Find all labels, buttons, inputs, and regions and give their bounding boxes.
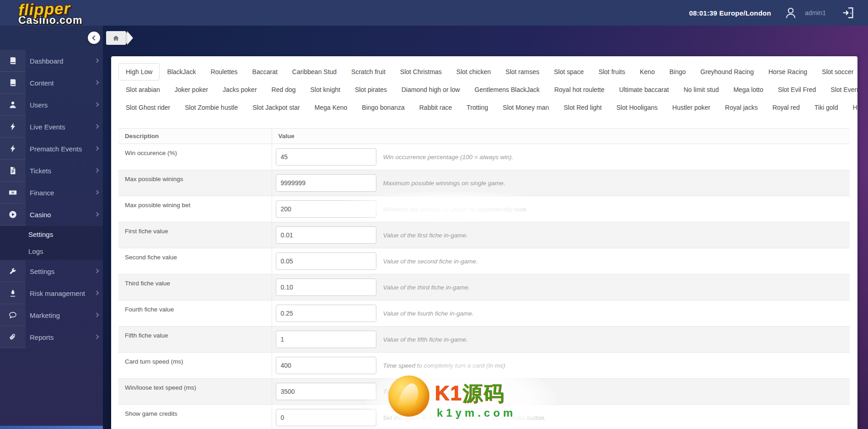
setting-hint: Value of the fourth fiche in-game.: [383, 310, 474, 317]
tab-hasselguy[interactable]: Hasselguy: [845, 99, 857, 116]
tab-bingo-bonanza[interactable]: Bingo bonanza: [354, 99, 412, 116]
tab-slot-knight[interactable]: Slot knight: [303, 81, 348, 98]
tab-row: Slot Ghost riderSlot Zombie hustleSlot J…: [118, 99, 850, 116]
tab-trotting[interactable]: Trotting: [459, 99, 495, 116]
setting-row: Third fiche valueValue of the third fich…: [118, 274, 850, 300]
content-panel: High LowBlackJackRoulettesBaccaratCaribb…: [111, 56, 857, 429]
setting-value-input[interactable]: [276, 331, 376, 348]
setting-value-cell: Value of the second fiche in-game.: [272, 248, 850, 274]
tab-slot-hooligans[interactable]: Slot Hooligans: [609, 99, 665, 116]
sidebar-item-finance[interactable]: Finance: [0, 182, 103, 204]
setting-value-input[interactable]: [276, 409, 376, 426]
setting-value-input[interactable]: [276, 357, 376, 374]
tab-baccarat[interactable]: Baccarat: [245, 63, 285, 80]
tab-bingo[interactable]: Bingo: [662, 63, 693, 80]
logout-icon[interactable]: [841, 6, 855, 20]
tab-slot-ghost-rider[interactable]: Slot Ghost rider: [118, 99, 177, 116]
sidebar-item-casino[interactable]: Casino: [0, 204, 103, 225]
setting-description: Win/loose text speed (ms): [118, 379, 272, 405]
username[interactable]: admin1: [805, 9, 826, 16]
sidebar-item-risk-management[interactable]: Risk management: [0, 282, 103, 304]
tab-slot-arabian[interactable]: Slot arabian: [118, 81, 167, 98]
sidebar-item-reports[interactable]: Reports: [0, 326, 103, 348]
tab-slot-soccer[interactable]: Slot soccer: [814, 63, 857, 80]
sidebar-item-prematch-events[interactable]: Prematch Events: [0, 138, 103, 160]
tab-horse-racing[interactable]: Horse Racing: [761, 63, 814, 80]
tab-slot-zombie-hustle[interactable]: Slot Zombie hustle: [177, 99, 245, 116]
tab-high-low[interactable]: High Low: [118, 63, 160, 80]
tab-slot-chicken[interactable]: Slot chicken: [449, 63, 498, 80]
sidebar-item-dashboard[interactable]: Dashboard: [0, 50, 103, 72]
tab-ultimate-baccarat[interactable]: Ultimate baccarat: [612, 81, 676, 98]
tab-greyhound-racing[interactable]: Greyhound Racing: [693, 63, 761, 80]
tab-hustler-poker[interactable]: Hustler poker: [665, 99, 718, 116]
tab-slot-pirates[interactable]: Slot pirates: [348, 81, 394, 98]
setting-value-input[interactable]: [276, 200, 376, 218]
bolt-icon: [0, 116, 26, 138]
tab-caribbean-stud[interactable]: Caribbean Stud: [285, 63, 344, 80]
sidebar-item-content[interactable]: Content: [0, 72, 103, 94]
setting-value-cell: Value of the third fiche in-game.: [272, 274, 850, 300]
setting-value-input[interactable]: [276, 252, 376, 270]
tab-roulettes[interactable]: Roulettes: [203, 63, 245, 80]
tab-slot-evil-fred[interactable]: Slot Evil Fred: [771, 81, 823, 98]
setting-value-cell: Minimum bet amount for player to automat…: [272, 196, 850, 222]
breadcrumb: [106, 31, 133, 45]
sidebar-item-label: Settings: [26, 260, 103, 282]
sidebar-item-label: Casino: [26, 204, 103, 225]
sidebar-item-users[interactable]: Users: [0, 94, 103, 116]
tab-mega-keno[interactable]: Mega Keno: [307, 99, 355, 116]
sidebar-item-marketing[interactable]: Marketing: [0, 304, 103, 326]
user-avatar-icon[interactable]: [784, 6, 798, 20]
tab-mega-lotto[interactable]: Mega lotto: [726, 81, 771, 98]
tab-no-limit-stud[interactable]: No limit stud: [676, 81, 726, 98]
setting-hint: Value of the third fiche in-game.: [383, 284, 470, 291]
tab-tiki-gold[interactable]: Tiki gold: [807, 99, 846, 116]
setting-value-input[interactable]: [276, 305, 376, 322]
submenu-item-settings[interactable]: Settings: [0, 226, 103, 243]
tab-joker-poker[interactable]: Joker poker: [167, 81, 215, 98]
sidebar-item-label: Marketing: [26, 304, 103, 326]
setting-value-input[interactable]: [276, 148, 376, 166]
tab-scratch-fruit[interactable]: Scratch fruit: [344, 63, 393, 80]
tab-blackjack[interactable]: BlackJack: [160, 63, 203, 80]
tab-rabbit-race[interactable]: Rabbit race: [412, 99, 460, 116]
tab-slot-money-man[interactable]: Slot Money man: [495, 99, 556, 116]
tab-slot-ramses[interactable]: Slot ramses: [498, 63, 547, 80]
breadcrumb-home[interactable]: [106, 31, 125, 45]
setting-value-input[interactable]: [276, 383, 376, 400]
tab-diamond-high-or-low[interactable]: Diamond high or low: [394, 81, 467, 98]
tab-keno[interactable]: Keno: [632, 63, 662, 80]
setting-hint: Set this value to 0 if you do not want t…: [383, 414, 546, 421]
settings-table: Description Value Win occurence (%)Win o…: [118, 128, 850, 429]
sidebar-item-settings[interactable]: Settings: [0, 260, 103, 282]
setting-description: Fourth fiche value: [118, 300, 272, 327]
tab-royal-hot-roulette[interactable]: Royal hot roulette: [547, 81, 612, 98]
tab-jacks-poker[interactable]: Jacks poker: [215, 81, 264, 98]
setting-hint: Win occurrence percentage (100 = always …: [383, 154, 514, 161]
sidebar-item-tickets[interactable]: Tickets: [0, 160, 103, 182]
tab-slot-red-light[interactable]: Slot Red light: [556, 99, 609, 116]
tab-slot-space[interactable]: Slot space: [547, 63, 591, 80]
tab-slot-christmas[interactable]: Slot Christmas: [393, 63, 449, 80]
tab-slot-fruits[interactable]: Slot fruits: [591, 63, 632, 80]
setting-description: Win occurence (%): [118, 144, 272, 170]
tab-gentlemens-blackjack[interactable]: Gentlemens BlackJack: [467, 81, 547, 98]
setting-hint: Time speed duration of win/loose text (i…: [383, 388, 508, 395]
sidebar-item-label: Prematch Events: [26, 138, 103, 160]
setting-hint: Value of the first fiche in-game.: [383, 232, 468, 239]
setting-value-input[interactable]: [276, 226, 376, 244]
setting-value-cell: Value of the first fiche in-game.: [272, 222, 850, 248]
tab-red-dog[interactable]: Red dog: [264, 81, 303, 98]
wrench-icon: [0, 260, 26, 282]
collapse-sidebar-button[interactable]: [88, 32, 100, 44]
setting-value-input[interactable]: [276, 174, 376, 192]
tab-royal-jacks[interactable]: Royal jacks: [718, 99, 765, 116]
sidebar-item-live-events[interactable]: Live Events: [0, 116, 103, 138]
sidebar-item-label: Live Events: [26, 116, 103, 138]
setting-value-input[interactable]: [276, 279, 376, 296]
submenu-item-logs[interactable]: Logs: [0, 243, 103, 260]
tab-slot-even-steven[interactable]: Slot Even Steven: [823, 81, 857, 98]
tab-royal-red[interactable]: Royal red: [765, 99, 807, 116]
tab-slot-jackpot-star[interactable]: Slot Jackpot star: [245, 99, 307, 116]
